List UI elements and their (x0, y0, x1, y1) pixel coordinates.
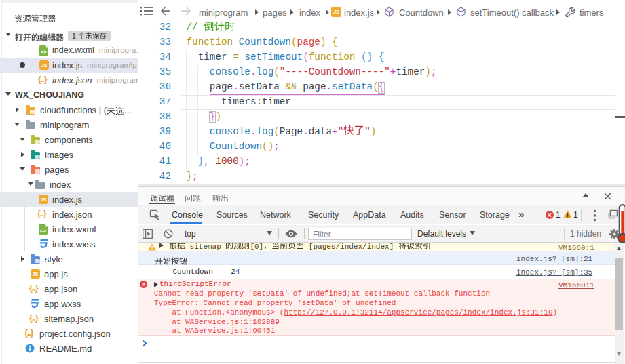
svg-text:<>: <> (41, 48, 48, 54)
svg-text:<>: <> (40, 227, 47, 233)
